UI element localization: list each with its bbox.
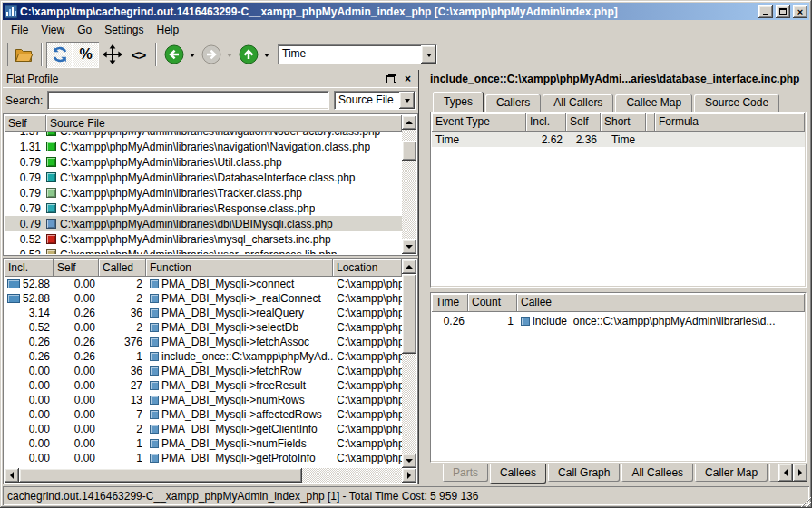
column-header-incl[interactable]: Incl. xyxy=(526,113,566,132)
tab-source-code[interactable]: Source Code xyxy=(694,94,779,112)
function-row[interactable]: 0.520.002PMA_DBI_Mysqli->selectDbC:\xamp… xyxy=(5,320,402,335)
cost-bar-icon xyxy=(7,294,20,303)
tab-callees[interactable]: Callees xyxy=(490,464,546,484)
toolbar-handle[interactable] xyxy=(5,43,8,66)
back-dropdown-button[interactable] xyxy=(187,42,198,68)
group-by-dropdown-button[interactable] xyxy=(399,92,415,109)
scroll-thumb[interactable] xyxy=(19,468,302,483)
close-button[interactable]: × xyxy=(793,5,807,18)
file-row[interactable]: 0.79C:\xampp\phpMyAdmin\libraries\dbi\DB… xyxy=(5,216,402,231)
group-by-select[interactable]: Source File xyxy=(334,91,416,110)
event-type-dropdown-button[interactable] xyxy=(421,45,436,64)
tab-callers[interactable]: Callers xyxy=(485,94,541,112)
menu-view[interactable]: View xyxy=(34,22,71,38)
function-row[interactable]: 0.000.002PMA_DBI_Mysqli->getClientInfoC:… xyxy=(5,422,402,436)
title-bar[interactable]: C:\xampp\tmp\cachegrind.out.1416463299-C… xyxy=(3,3,809,20)
function-row[interactable]: 3.140.2636PMA_DBI_Mysqli->realQueryC:\xa… xyxy=(5,306,402,320)
function-row[interactable]: 0.000.0027PMA_DBI_Mysqli->freeResultC:\x… xyxy=(5,378,402,393)
file-row[interactable]: 1.37C:\xampp\phpMyAdmin\libraries\naviga… xyxy=(5,132,402,139)
column-header-count[interactable]: Count xyxy=(468,294,517,312)
scroll-thumb[interactable] xyxy=(402,141,416,161)
panel-splitter[interactable] xyxy=(418,70,426,484)
file-list-rows[interactable]: 1.37C:\xampp\phpMyAdmin\libraries\naviga… xyxy=(5,132,402,254)
file-row[interactable]: 0.79C:\xampp\phpMyAdmin\libraries\Respon… xyxy=(5,200,402,216)
dock-header[interactable]: Flat Profile × xyxy=(3,70,418,88)
column-header-called[interactable]: Called xyxy=(99,259,146,277)
up-button[interactable] xyxy=(235,42,261,68)
function-row[interactable]: 0.000.0036PMA_DBI_Mysqli->fetchRowC:\xam… xyxy=(5,364,402,378)
function-row[interactable]: 0.000.001PMA_DBI_Mysqli->getProtoInfoC:\… xyxy=(5,451,402,465)
scroll-right-button[interactable] xyxy=(402,468,416,483)
column-header-short[interactable]: Short xyxy=(601,113,646,132)
function-row[interactable]: 0.260.261include_once::C:\xampp\phpMyAd.… xyxy=(5,349,402,364)
file-row[interactable]: 0.79C:\xampp\phpMyAdmin\libraries\Util.c… xyxy=(5,154,402,170)
percent-button[interactable]: % xyxy=(73,42,99,68)
file-row[interactable]: 0.79C:\xampp\phpMyAdmin\libraries\Tracke… xyxy=(5,185,402,200)
file-row[interactable]: 1.31C:\xampp\phpMyAdmin\libraries\naviga… xyxy=(5,139,402,154)
column-header-callee[interactable]: Callee xyxy=(517,294,805,312)
file-row[interactable]: 0.79C:\xampp\phpMyAdmin\libraries\Databa… xyxy=(5,170,402,185)
dock-close-button[interactable]: × xyxy=(401,73,415,85)
relative-button[interactable]: <> xyxy=(125,42,152,68)
column-header-time[interactable]: Time xyxy=(432,294,468,312)
menu-settings[interactable]: Settings xyxy=(98,22,150,38)
function-table-rows[interactable]: 52.880.002PMA_DBI_Mysqli->connectC:\xamp… xyxy=(5,277,402,468)
scroll-up-button[interactable] xyxy=(402,259,416,274)
back-button[interactable] xyxy=(161,42,187,68)
open-button[interactable] xyxy=(11,42,37,68)
tab-scroll-arrows xyxy=(778,464,807,482)
callees-table-row-area[interactable]: 0.261include_once::C:\xampp\phpMyAdmin\l… xyxy=(432,313,805,328)
minimize-button[interactable] xyxy=(758,5,773,18)
column-header-self[interactable]: Self xyxy=(54,259,99,277)
scroll-left-button[interactable] xyxy=(5,468,19,483)
tab-call-graph[interactable]: Call Graph xyxy=(548,464,620,482)
location-cell: C:\xampp\phpMy... xyxy=(333,365,402,377)
column-header-function[interactable]: Function xyxy=(146,259,333,277)
column-header-location[interactable]: Location xyxy=(333,259,402,277)
tab-all-callees[interactable]: All Callees xyxy=(621,464,693,482)
column-header-event-type[interactable]: Event Type xyxy=(432,113,526,132)
search-input[interactable] xyxy=(47,91,329,110)
column-header-source-file[interactable]: Source File xyxy=(46,115,402,132)
tab-caller-map[interactable]: Caller Map xyxy=(695,464,768,482)
column-header-blank[interactable] xyxy=(646,113,655,132)
tab-all-callers[interactable]: All Callers xyxy=(543,94,613,112)
scroll-thumb[interactable] xyxy=(402,274,416,354)
scroll-down-button[interactable] xyxy=(402,239,416,254)
menu-file[interactable]: File xyxy=(5,22,34,38)
function-row[interactable]: 52.880.002PMA_DBI_Mysqli->connectC:\xamp… xyxy=(5,277,402,291)
function-row[interactable]: 0.000.001PMA_DBI_Mysqli->numFieldsC:\xam… xyxy=(5,436,402,451)
column-header-self[interactable]: Self xyxy=(5,115,46,132)
dock-float-button[interactable] xyxy=(385,73,398,85)
tab-callee-map[interactable]: Callee Map xyxy=(615,94,692,112)
event-type-select[interactable]: Time xyxy=(278,44,437,64)
function-name: PMA_DBI_Mysqli->getProtoInfo xyxy=(161,452,316,464)
file-path: C:\xampp\phpMyAdmin\libraries\Util.class… xyxy=(60,156,282,169)
types-table-row-area[interactable]: Time2.622.36Time xyxy=(432,132,805,147)
file-row[interactable]: 0.52C:\xampp\phpMyAdmin\libraries\mysql_… xyxy=(5,231,402,247)
tab-types[interactable]: Types xyxy=(433,92,484,112)
column-header-formula[interactable]: Formula xyxy=(655,113,805,132)
tab-scroll-right-button[interactable] xyxy=(793,464,807,482)
column-header-self[interactable]: Self xyxy=(566,113,601,132)
incl-cell: 0.00 xyxy=(5,394,54,406)
function-row[interactable]: 52.880.002PMA_DBI_Mysqli->_realConnectC:… xyxy=(5,291,402,306)
tab-scroll-left-button[interactable] xyxy=(778,464,793,482)
file-color-icon xyxy=(46,172,56,182)
function-row[interactable]: 0.000.0013PMA_DBI_Mysqli->numRowsC:\xamp… xyxy=(5,393,402,407)
file-row[interactable]: 0.52C:\xampp\phpMyAdmin\libraries\user_p… xyxy=(5,247,402,254)
scroll-up-button[interactable] xyxy=(402,115,416,130)
scroll-down-button[interactable] xyxy=(402,454,416,468)
menu-help[interactable]: Help xyxy=(151,22,186,38)
maximize-button[interactable] xyxy=(776,5,790,18)
function-row[interactable]: 0.000.007PMA_DBI_Mysqli->affectedRowsC:\… xyxy=(5,407,402,422)
menu-go[interactable]: Go xyxy=(71,22,98,38)
function-row[interactable]: 0.260.26376PMA_DBI_Mysqli->fetchAssocC:\… xyxy=(5,335,402,349)
column-header-incl[interactable]: Incl. xyxy=(5,259,54,277)
location-cell: C:\xampp\phpMy... xyxy=(333,452,402,464)
forward-button[interactable] xyxy=(198,42,224,68)
forward-dropdown-button[interactable] xyxy=(224,42,235,68)
move-button[interactable] xyxy=(99,42,125,68)
up-dropdown-button[interactable] xyxy=(261,42,272,68)
reload-button[interactable] xyxy=(46,42,73,68)
